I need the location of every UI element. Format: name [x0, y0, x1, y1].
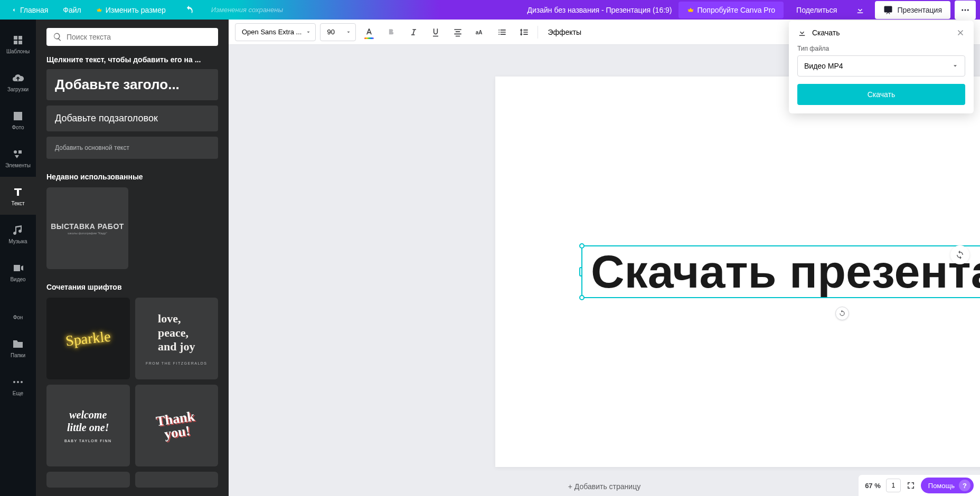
music-icon	[12, 224, 24, 236]
font-combos-grid: Sparkle love, peace, and joy FROM THE FI…	[46, 298, 218, 488]
search-input[interactable]	[67, 33, 212, 41]
italic-button[interactable]	[404, 23, 422, 41]
document-title[interactable]: Дизайн без названия - Презентация (16:9)	[283, 6, 679, 14]
font-combos-title: Сочетания шрифтов	[46, 283, 218, 291]
font-combo-placeholder[interactable]	[135, 472, 219, 488]
recent-text-tile[interactable]: ВЫСТАВКА РАБОТ школы фотографии "Кадр"	[46, 187, 128, 269]
rotate-icon	[838, 310, 846, 317]
status-bar: 67 % 1 Помощь ?	[859, 475, 980, 496]
chevron-down-icon	[952, 63, 958, 69]
rail-text[interactable]: Текст	[0, 177, 36, 215]
text-case-button[interactable]: aA	[471, 23, 489, 41]
rail-photos[interactable]: Фото	[0, 101, 36, 139]
tile-subtitle: школы фотографии "Кадр"	[68, 232, 107, 235]
align-button[interactable]	[449, 23, 467, 41]
resize-handle-bl[interactable]	[579, 295, 585, 300]
more-menu-button[interactable]	[955, 1, 976, 20]
text-color-button[interactable]	[360, 23, 378, 41]
svg-text:aA: aA	[476, 30, 483, 35]
top-menu-bar: Главная Файл Изменить размер Изменения с…	[0, 0, 980, 20]
download-button[interactable]	[850, 1, 871, 20]
bold-icon	[386, 27, 397, 37]
page-indicator[interactable]: 1	[886, 479, 901, 492]
selected-text-box[interactable]: Скачать презентацию	[581, 245, 980, 298]
rail-label: Текст	[11, 201, 24, 206]
file-menu[interactable]: Файл	[56, 3, 87, 17]
share-button[interactable]: Поделиться	[788, 2, 845, 18]
search-input-wrap[interactable]	[46, 28, 218, 46]
list-icon	[497, 27, 507, 37]
file-type-select[interactable]: Видео MP4	[797, 55, 965, 77]
more-horizontal-icon	[12, 376, 24, 388]
sync-button[interactable]	[950, 245, 969, 264]
folder-icon	[12, 338, 24, 350]
help-button[interactable]: Помощь ?	[921, 478, 974, 493]
home-link[interactable]: Главная	[4, 3, 54, 17]
rail-music[interactable]: Музыка	[0, 215, 36, 253]
font-combo-thankyou[interactable]: Thank you!	[135, 385, 219, 466]
try-pro-label: Попробуйте Canva Pro	[698, 6, 776, 14]
resize-menu[interactable]: Изменить размер	[90, 3, 172, 17]
bold-button[interactable]	[382, 23, 400, 41]
rail-folders[interactable]: Папки	[0, 329, 36, 367]
slide[interactable]: Скачать презентацию	[495, 77, 980, 467]
font-name: Open Sans Extra ...	[242, 28, 301, 36]
resize-handle-ml[interactable]	[579, 267, 582, 276]
rail-uploads[interactable]: Загрузки	[0, 63, 36, 101]
rail-label: Еще	[13, 390, 23, 396]
slide-text[interactable]: Скачать презентацию	[582, 249, 980, 295]
spacing-button[interactable]	[515, 23, 533, 41]
resize-label: Изменить размер	[106, 6, 166, 14]
svg-point-0	[962, 9, 963, 11]
font-family-dropdown[interactable]: Open Sans Extra ...	[235, 23, 316, 41]
tile-text: Thank you!	[155, 409, 197, 442]
font-combo-welcome[interactable]: welcome little one! BABY TAYLOR FINN	[46, 385, 130, 466]
underline-button[interactable]	[427, 23, 445, 41]
help-label: Помощь	[928, 482, 955, 490]
font-combo-sparkle[interactable]: Sparkle	[46, 298, 130, 379]
svg-point-2	[967, 9, 969, 11]
fullscreen-button[interactable]	[906, 481, 916, 490]
font-size-dropdown[interactable]: 90	[320, 23, 356, 41]
tile-title: ВЫСТАВКА РАБОТ	[51, 222, 124, 231]
resize-handle-tl[interactable]	[579, 243, 585, 249]
rail-video[interactable]: Видео	[0, 253, 36, 291]
file-type-label: Тип файла	[797, 45, 965, 52]
save-status: Изменения сохранены	[211, 6, 283, 14]
shapes-icon	[12, 148, 24, 160]
rail-more[interactable]: Еще	[0, 367, 36, 405]
download-confirm-button[interactable]: Скачать	[797, 84, 965, 105]
tile-text: love, peace, and joy	[147, 312, 205, 354]
rail-label: Видео	[10, 276, 25, 282]
rail-elements[interactable]: Элементы	[0, 139, 36, 177]
recent-section-title: Недавно использованные	[46, 173, 218, 181]
app-body: Шаблоны Загрузки Фото Элементы Текст Муз…	[0, 20, 980, 496]
topbar-left: Главная Файл Изменить размер Изменения с…	[4, 3, 283, 17]
rail-label: Элементы	[5, 163, 31, 168]
try-pro-button[interactable]: Попробуйте Canva Pro	[679, 2, 784, 18]
effects-button[interactable]: Эффекты	[542, 28, 587, 36]
tile-subtext: FROM THE FITZGERALDS	[146, 361, 208, 365]
add-subheading-button[interactable]: Добавьте подзаголовок	[46, 106, 218, 131]
zoom-level[interactable]: 67 %	[865, 482, 881, 490]
list-button[interactable]	[493, 23, 511, 41]
crown-icon	[687, 6, 694, 14]
close-icon[interactable]	[956, 28, 965, 37]
add-heading-button[interactable]: Добавьте заголо...	[46, 69, 218, 100]
tile-text: Sparkle	[65, 328, 111, 349]
chevron-left-icon	[11, 7, 17, 13]
image-icon	[12, 110, 24, 122]
add-body-text-button[interactable]: Добавить основной текст	[46, 137, 218, 159]
font-combo-placeholder[interactable]	[46, 472, 130, 488]
color-bar	[364, 37, 374, 39]
rotate-handle[interactable]	[835, 307, 849, 320]
undo-button[interactable]	[184, 5, 194, 15]
present-button[interactable]: Презентация	[875, 1, 950, 19]
text-icon	[12, 186, 24, 198]
rail-background[interactable]: Фон	[0, 291, 36, 329]
more-horizontal-icon	[960, 5, 970, 15]
font-combo-love[interactable]: love, peace, and joy FROM THE FITZGERALD…	[135, 298, 219, 379]
rail-templates[interactable]: Шаблоны	[0, 25, 36, 63]
svg-point-6	[17, 381, 19, 383]
download-icon	[855, 5, 865, 15]
